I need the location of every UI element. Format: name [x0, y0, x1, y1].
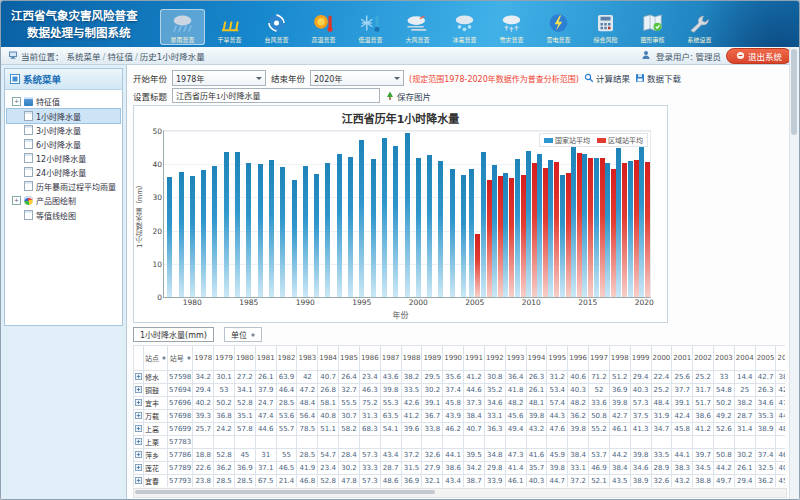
calculate-button[interactable]: 计算结果	[584, 72, 630, 84]
sidebar-item-6小时降水量[interactable]: 6小时降水量	[7, 137, 120, 151]
bar-national-2006[interactable]	[481, 152, 486, 297]
bar-regional-2009[interactable]	[521, 175, 526, 298]
nav-item-drought[interactable]: 干旱普查	[207, 9, 252, 45]
bar-regional-2007[interactable]	[498, 176, 503, 297]
bar-regional-2015[interactable]	[588, 158, 593, 297]
expand-icon[interactable]: +	[12, 97, 21, 106]
sidebar-group-1[interactable]: +特征值	[7, 94, 120, 109]
bar-national-2004[interactable]	[461, 175, 466, 298]
bar-regional-2019[interactable]	[634, 160, 639, 297]
horizontal-scrollbar-thumb[interactable]	[135, 490, 435, 494]
bar-national-1984[interactable]	[235, 152, 240, 297]
bar-national-2015[interactable]	[582, 154, 587, 297]
bar-national-1998[interactable]	[393, 146, 398, 297]
row-expand-cell[interactable]	[134, 449, 144, 462]
bar-national-1994[interactable]	[348, 157, 353, 297]
row-expand-cell[interactable]	[134, 384, 144, 397]
bar-national-2007[interactable]	[492, 165, 497, 297]
bar-national-1980[interactable]	[190, 176, 195, 297]
bar-national-2001[interactable]	[427, 155, 432, 297]
bar-regional-2011[interactable]	[543, 168, 548, 298]
vertical-scrollbar-thumb[interactable]	[791, 49, 797, 135]
table-row[interactable]: 上栗57783	[134, 436, 786, 449]
bar-national-1986[interactable]	[258, 164, 263, 297]
bar-national-2008[interactable]	[503, 173, 508, 297]
row-expand-cell[interactable]	[134, 423, 144, 436]
bar-national-1991[interactable]	[314, 174, 319, 298]
download-button[interactable]: 数据下载	[635, 72, 681, 84]
bar-national-2012[interactable]	[548, 160, 553, 297]
bar-national-2002[interactable]	[438, 161, 443, 297]
horizontal-scrollbar[interactable]	[133, 488, 787, 498]
bar-national-1983[interactable]	[224, 152, 229, 297]
sidebar-item-3小时降水量[interactable]: 3小时降水量	[7, 123, 120, 137]
table-row[interactable]: 萍乡5778618.852.845315528.554.728.457.343.…	[134, 449, 786, 462]
bar-regional-2006[interactable]	[487, 180, 492, 297]
station-id-column-header[interactable]: 站号	[168, 346, 193, 371]
sidebar-group-2[interactable]: +产品图绘制	[7, 193, 120, 208]
table-row[interactable]: 上高5769925.724.257.844.655.778.551.158.26…	[134, 423, 786, 436]
nav-item-audit[interactable]: 图形审核	[630, 9, 675, 45]
row-expand-cell[interactable]	[134, 397, 144, 410]
bar-national-1987[interactable]	[269, 160, 274, 297]
bar-national-1978[interactable]	[167, 177, 172, 297]
bar-regional-2018[interactable]	[622, 163, 627, 298]
bar-national-1989[interactable]	[292, 180, 297, 298]
nav-item-hightemp[interactable]: 高温普查	[301, 9, 346, 45]
bar-national-1993[interactable]	[337, 154, 342, 297]
bar-national-1990[interactable]	[303, 166, 308, 297]
bar-national-2017[interactable]	[605, 163, 610, 298]
bar-regional-2012[interactable]	[554, 162, 559, 298]
bar-national-1995[interactable]	[359, 140, 364, 297]
row-expand-cell[interactable]	[134, 371, 144, 384]
nav-item-typhoon[interactable]: 台风普查	[254, 9, 299, 45]
bar-regional-2005[interactable]	[475, 234, 480, 297]
nav-item-rain[interactable]: 暴雨普查	[160, 9, 205, 45]
row-expand-cell[interactable]	[134, 462, 144, 475]
bar-national-1988[interactable]	[280, 167, 285, 298]
sidebar-item-历年暴雨过程平均雨量[interactable]: 历年暴雨过程平均雨量	[7, 179, 120, 193]
bar-regional-2008[interactable]	[509, 178, 514, 297]
bar-national-2016[interactable]	[594, 158, 599, 297]
nav-item-settings[interactable]: 系统设置	[677, 9, 722, 45]
table-row[interactable]: 修水5759834.230.127.226.163.94240.726.423.…	[134, 371, 786, 384]
bar-national-2019[interactable]	[628, 161, 633, 298]
bar-national-2014[interactable]	[571, 145, 576, 297]
bar-national-1979[interactable]	[179, 172, 184, 298]
row-expand-cell[interactable]	[134, 475, 144, 488]
breadcrumb-item[interactable]: 系统菜单	[67, 52, 101, 62]
table-row[interactable]: 万载5769839.336.835.147.453.656.440.830.73…	[134, 410, 786, 423]
table-row[interactable]: 莲花5778922.636.236.937.146.541.923.430.23…	[134, 462, 786, 475]
bar-regional-2017[interactable]	[611, 169, 616, 297]
bar-regional-2010[interactable]	[532, 163, 537, 298]
bar-national-1985[interactable]	[246, 163, 251, 297]
bar-national-2000[interactable]	[416, 158, 421, 297]
bar-national-1982[interactable]	[212, 166, 217, 297]
bar-regional-2014[interactable]	[577, 153, 582, 297]
bar-national-1997[interactable]	[382, 138, 387, 297]
breadcrumb-item[interactable]: 历史1小时降水量	[140, 52, 205, 62]
bar-national-2010[interactable]	[526, 151, 531, 297]
nav-item-snow[interactable]: 雪灾普查	[489, 9, 534, 45]
unit-filter[interactable]: 单位	[224, 327, 262, 342]
nav-item-wind[interactable]: 大风普查	[395, 9, 440, 45]
bar-national-2005[interactable]	[469, 169, 474, 297]
nav-item-risk[interactable]: 综合风险	[583, 9, 628, 45]
bar-regional-2020[interactable]	[645, 162, 650, 298]
bar-national-1996[interactable]	[371, 159, 376, 297]
bar-regional-2016[interactable]	[600, 158, 605, 297]
table-row[interactable]: 宜春5779323.828.528.567.521.446.852.847.85…	[134, 475, 786, 488]
sidebar-item-1小时降水量[interactable]: 1小时降水量	[7, 109, 120, 123]
nav-item-lowtemp[interactable]: 低温普查	[348, 9, 393, 45]
table-row[interactable]: 铜鼓5769429.45334.137.946.447.226.832.746.…	[134, 384, 786, 397]
sidebar-item-等值线绘图[interactable]: 等值线绘图	[7, 208, 120, 222]
vertical-scrollbar[interactable]	[789, 47, 799, 499]
bar-national-2013[interactable]	[560, 175, 565, 298]
bar-national-2011[interactable]	[537, 154, 542, 297]
logout-button[interactable]: 退出系统	[726, 48, 792, 64]
station-column-header[interactable]: 站点	[144, 346, 168, 371]
row-expand-cell[interactable]	[134, 410, 144, 423]
bar-national-2020[interactable]	[639, 141, 644, 297]
bar-national-2003[interactable]	[450, 169, 455, 297]
bar-national-1999[interactable]	[405, 133, 410, 297]
